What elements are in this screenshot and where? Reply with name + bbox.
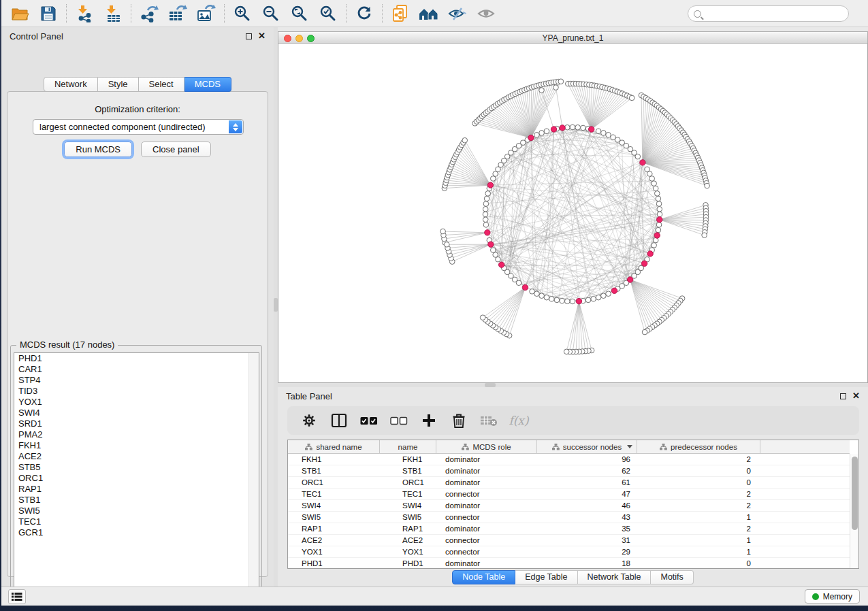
table-cell: 0: [637, 477, 760, 488]
mcds-result-item[interactable]: ORC1: [14, 473, 259, 484]
network-overview-button[interactable]: [415, 2, 443, 25]
network-window-titlebar: YPA_prune.txt_1: [278, 31, 868, 44]
table-cell: dominator: [436, 465, 537, 476]
tab-style[interactable]: Style: [98, 77, 139, 92]
export-image-button[interactable]: [192, 2, 221, 25]
table-row[interactable]: STB1STB1dominator620: [288, 465, 850, 477]
network-canvas[interactable]: [278, 44, 868, 383]
hide-panel-button[interactable]: [443, 2, 472, 25]
close-panel-button[interactable]: Close panel: [141, 142, 211, 157]
table-row[interactable]: PHD1PHD1dominator180: [288, 558, 850, 569]
split-columns-icon: [331, 413, 347, 428]
table-cell: dominator: [436, 558, 537, 569]
add-column-button[interactable]: [419, 411, 438, 430]
mcds-result-item[interactable]: PHD1: [14, 353, 259, 364]
table-row[interactable]: RAP1RAP1dominator352: [288, 523, 850, 535]
table-row[interactable]: YOX1YOX1connector291: [288, 546, 850, 558]
mcds-result-item[interactable]: TEC1: [14, 516, 259, 527]
zoom-in-button[interactable]: [228, 2, 257, 25]
sort-menu-icon[interactable]: [627, 445, 632, 448]
close-panel-icon[interactable]: ✕: [258, 31, 266, 41]
select-all-icon: [360, 416, 378, 425]
table-row[interactable]: SWI5SWI5connector431: [288, 512, 850, 523]
mcds-result-item[interactable]: PMA2: [14, 429, 259, 440]
float-panel-icon[interactable]: [246, 33, 252, 39]
select-all-button[interactable]: [359, 411, 379, 430]
function-builder-button[interactable]: f(x): [509, 411, 528, 430]
tab-network[interactable]: Network: [44, 77, 98, 92]
table-row[interactable]: ACE2ACE2connector311: [288, 535, 850, 546]
deselect-all-button[interactable]: [389, 411, 408, 430]
tab-select[interactable]: Select: [139, 77, 184, 92]
delete-table-button[interactable]: [479, 411, 498, 430]
import-network-button[interactable]: [70, 2, 99, 25]
mcds-result-item[interactable]: SWI4: [14, 408, 259, 418]
column-header-predecessor-nodes[interactable]: predecessor nodes: [637, 440, 760, 454]
table-cell: SWI4: [288, 500, 380, 511]
hide-panel-icon: [448, 5, 467, 22]
mcds-result-item[interactable]: STP4: [14, 375, 259, 386]
mcds-result-item[interactable]: TID3: [14, 386, 259, 397]
select-stepper-icon: [229, 120, 242, 133]
table-scrollbar[interactable]: [850, 454, 858, 568]
table-cell: 18: [537, 558, 637, 569]
mcds-result-item[interactable]: STB1: [14, 495, 259, 506]
show-panel-icon: [477, 5, 496, 22]
save-session-button[interactable]: [34, 2, 63, 25]
show-panels-button[interactable]: [8, 589, 26, 604]
column-header-name[interactable]: name: [380, 440, 436, 454]
mcds-result-item[interactable]: SWI5: [14, 506, 259, 516]
network-graph[interactable]: [278, 44, 868, 383]
run-mcds-button[interactable]: Run MCDS: [64, 142, 132, 157]
table-settings-button[interactable]: [300, 411, 319, 430]
column-header-shared-name[interactable]: shared name: [288, 440, 380, 454]
zoom-fit-button[interactable]: [285, 2, 314, 25]
tab-edge-table[interactable]: Edge Table: [515, 570, 577, 584]
show-columns-button[interactable]: [329, 411, 349, 430]
table-row[interactable]: ORC1ORC1dominator610: [288, 477, 850, 489]
show-panel-button[interactable]: [472, 2, 500, 25]
table-row[interactable]: SWI4SWI4dominator462: [288, 500, 850, 512]
tab-network-table[interactable]: Network Table: [578, 570, 652, 584]
export-table-button[interactable]: [163, 2, 192, 25]
memory-button[interactable]: Memory: [805, 589, 860, 604]
optimization-criterion-label: Optimization criterion:: [7, 104, 268, 114]
column-header-MCDS-role[interactable]: MCDS role: [436, 440, 537, 454]
export-network-button[interactable]: [135, 2, 163, 25]
close-panel-icon[interactable]: ✕: [852, 391, 860, 401]
control-panel-title: Control Panel: [10, 31, 63, 42]
mcds-result-item[interactable]: GCR1: [14, 527, 259, 538]
column-header-successor-nodes[interactable]: successor nodes: [537, 440, 637, 454]
mcds-result-item[interactable]: SRD1: [14, 418, 259, 429]
delete-button[interactable]: [449, 411, 468, 430]
clone-network-button[interactable]: [386, 2, 415, 25]
table-row[interactable]: FKH1FKH1dominator962: [288, 454, 850, 465]
mcds-result-list: PHD1CAR1STP4TID3YOX1SWI4SRD1PMA2FKH1ACE2…: [14, 352, 259, 594]
zoom-out-button[interactable]: [257, 2, 285, 25]
mcds-list-scrollbar[interactable]: [248, 353, 259, 593]
mcds-result-item[interactable]: YOX1: [14, 397, 259, 408]
zoom-selected-button[interactable]: [314, 2, 342, 25]
tab-node-table[interactable]: Node Table: [452, 570, 515, 584]
search-input[interactable]: [705, 8, 848, 19]
mcds-result-item[interactable]: CAR1: [14, 364, 259, 375]
table-cell: 47: [537, 489, 637, 499]
table-cell: PHD1: [380, 558, 436, 569]
column-label: MCDS role: [472, 443, 511, 451]
mcds-result-item[interactable]: RAP1: [14, 484, 259, 495]
mcds-result-item[interactable]: FKH1: [14, 440, 259, 451]
import-table-button[interactable]: [99, 2, 127, 25]
table-scrollbar-thumb[interactable]: [852, 457, 858, 530]
mcds-result-item[interactable]: STB5: [14, 462, 259, 473]
float-panel-icon[interactable]: [840, 393, 846, 399]
memory-status-icon: [812, 593, 819, 600]
tab-motifs[interactable]: Motifs: [651, 570, 693, 584]
table-panel: Table Panel ✕: [278, 387, 868, 587]
tab-mcds[interactable]: MCDS: [184, 77, 231, 92]
open-session-button[interactable]: [5, 2, 34, 25]
refresh-button[interactable]: [350, 2, 379, 25]
table-row[interactable]: TEC1TEC1connector472: [288, 489, 850, 500]
optimization-criterion-select[interactable]: largest connected component (undirected): [33, 119, 244, 135]
network-overview-icon: [419, 5, 439, 22]
mcds-result-item[interactable]: ACE2: [14, 451, 259, 462]
